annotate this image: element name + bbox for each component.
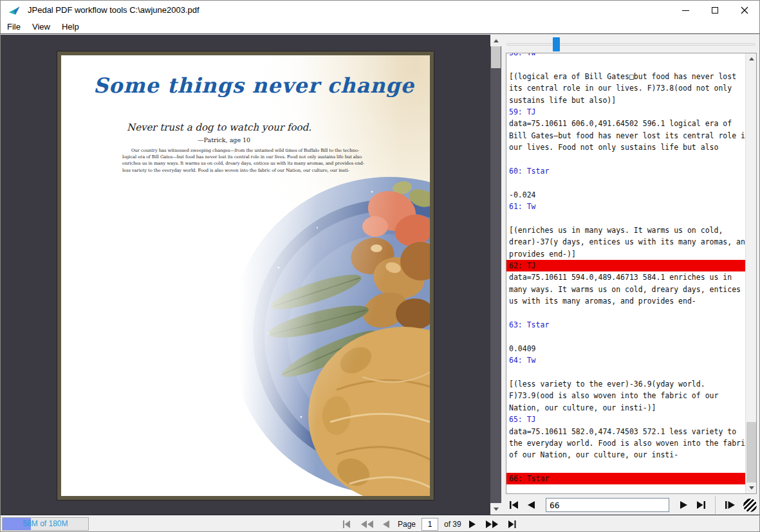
console-line: 63: Tstar [506, 319, 745, 331]
console-line [506, 212, 745, 224]
console-line: data=75.10611 606.0,491.64502 596.1 logi… [506, 118, 745, 129]
previous-page-button[interactable] [381, 517, 392, 532]
page-body-line: enriches us in many ways. It warms us on… [122, 160, 348, 167]
console-line: data=75.10611 594.0,489.46713 584.1 enri… [506, 271, 745, 283]
controls-separator [715, 496, 716, 514]
last-page-button[interactable] [506, 517, 519, 532]
first-command-button[interactable] [505, 497, 523, 513]
chevron-down-icon [749, 486, 754, 490]
close-button[interactable] [730, 1, 759, 20]
skip-to-start-icon [509, 500, 519, 509]
pdf-page-content: Some things never change Never trust a d… [61, 55, 430, 496]
page-title: Some things never change [93, 73, 414, 98]
page-count-label: of 39 [444, 520, 461, 529]
maximize-button[interactable] [700, 1, 730, 20]
command-console-panel: 58: Tw[(logical era of Bill Gates□but fo… [501, 35, 760, 515]
minimize-icon [682, 10, 689, 11]
command-stream-view[interactable]: 58: Tw[(logical era of Bill Gates□but fo… [506, 53, 757, 494]
console-line [506, 154, 745, 165]
console-line: 60: Tstar [506, 165, 745, 177]
console-line [506, 367, 745, 378]
previous-icon [527, 500, 535, 509]
last-command-button[interactable] [692, 497, 710, 513]
slider-track[interactable] [506, 43, 755, 46]
console-line: [(enriches us in many ways. It warms us … [506, 225, 745, 236]
page-number-input[interactable] [422, 518, 438, 531]
console-line: [(logical era of Bill Gates□but food has… [506, 71, 745, 82]
previous-command-button[interactable] [523, 497, 539, 513]
main-area: Some things never change Never trust a d… [1, 35, 759, 515]
menu-bar: FileViewHelp [1, 20, 759, 34]
page-quote: Never trust a dog to watch your food. [127, 122, 311, 133]
previous-icon [383, 520, 390, 528]
next-icon [469, 520, 476, 528]
scroll-down-button[interactable] [490, 503, 501, 515]
menu-item[interactable]: Help [57, 21, 84, 33]
command-index-input[interactable] [546, 498, 669, 512]
memory-usage-label: 58M of 180M [3, 518, 88, 530]
next-icon [680, 500, 688, 509]
console-line: 0.0409 [506, 343, 745, 354]
scroll-up-button[interactable] [746, 53, 757, 64]
console-line: its central role in our lives. F)73.8(oo… [506, 82, 745, 94]
page-label: Page [398, 520, 416, 529]
console-line [506, 307, 745, 319]
rewind-icon [361, 520, 373, 528]
command-step-controls [501, 495, 760, 515]
console-line: of our Nation, our culture, our insti- [506, 449, 745, 461]
console-line: 62: TJ [506, 260, 745, 271]
console-line: -0.024 [506, 189, 745, 201]
page-quote-attribution: —Patrick, age 10 [198, 136, 250, 143]
chevron-up-icon [494, 39, 499, 42]
console-line: us with its many aromas, and provides en… [506, 295, 745, 307]
minimize-button[interactable] [671, 1, 700, 20]
title-bar: JPedal PDF workflow tools C:\awjune2003.… [1, 1, 759, 20]
chevron-down-icon [494, 508, 499, 511]
console-vertical-scrollbar[interactable] [745, 53, 756, 493]
step-run-button[interactable] [721, 497, 739, 513]
console-line: the everyday world. Food is also woven i… [506, 437, 745, 449]
pdf-viewer-panel: Some things never change Never trust a d… [1, 35, 501, 515]
console-line [506, 59, 745, 70]
first-page-button[interactable] [340, 517, 353, 532]
toggle-display-button[interactable] [739, 497, 760, 513]
menu-item[interactable]: File [2, 21, 26, 33]
app-window: JPedal PDF workflow tools C:\awjune2003.… [0, 0, 760, 532]
chevron-up-icon [749, 57, 754, 60]
scroll-up-button[interactable] [490, 35, 501, 46]
skip-to-end-icon [508, 520, 517, 528]
scroll-down-button[interactable] [746, 482, 757, 493]
pdf-vertical-scrollbar[interactable] [490, 35, 501, 515]
console-line: our lives. Food not only sustains life b… [506, 142, 745, 153]
console-line [506, 177, 745, 188]
command-lines: 58: Tw[(logical era of Bill Gates□but fo… [506, 53, 745, 484]
console-line: sustains life but also)] [506, 95, 745, 106]
console-line: many ways. It warms us on cold, dreary d… [506, 284, 745, 295]
close-icon [741, 6, 748, 14]
next-page-button[interactable] [467, 517, 478, 532]
console-line: 66: Tstar [506, 473, 745, 484]
fast-forward-icon [486, 520, 498, 528]
maximize-icon [712, 7, 718, 14]
skip-to-end-icon [696, 500, 706, 509]
back-10-pages-button[interactable] [359, 517, 375, 532]
striped-circle-icon [743, 499, 757, 512]
menu-item[interactable]: View [27, 21, 55, 33]
page-body-line: logical era of Bill Gates—but food has n… [122, 154, 348, 160]
slider-handle[interactable] [553, 37, 560, 51]
step-forward-icon [725, 500, 736, 509]
console-line: data=75.10611 582.0,474.74503 572.1 less… [506, 426, 745, 437]
status-bar: 58M of 180M Page of 39 [1, 515, 759, 532]
console-line: F)73.9(ood is also woven into the fabric… [506, 390, 745, 401]
console-line: 65: TJ [506, 414, 745, 425]
scrollbar-thumb[interactable] [746, 422, 756, 484]
console-line: 61: Tw [506, 201, 745, 212]
next-command-button[interactable] [676, 497, 692, 513]
scrollbar-thumb[interactable] [491, 46, 501, 68]
page-navigation: Page of 39 [340, 515, 519, 532]
console-line: 64: Tw [506, 354, 745, 366]
page-body-paragraph: Our country has witnessed sweeping chang… [122, 147, 348, 174]
console-line: provides end-)] [506, 248, 745, 260]
memory-usage-bar: 58M of 180M [2, 517, 89, 531]
forward-10-pages-button[interactable] [484, 517, 500, 532]
